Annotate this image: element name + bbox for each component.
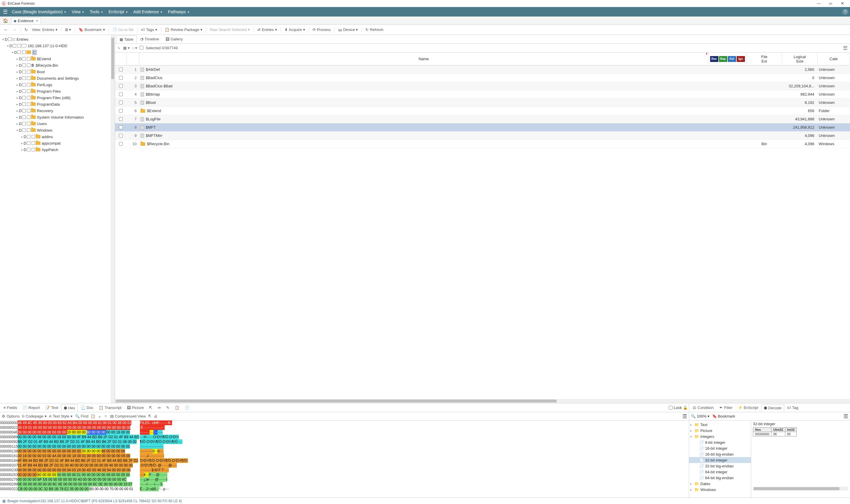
col-checkbox[interactable] [115,53,127,65]
tab-close-icon[interactable]: ✕ [36,19,38,23]
tree-node[interactable]: ▸D Users [0,120,115,127]
print-hex-icon[interactable]: 🖨 [154,414,158,418]
tree-node[interactable]: ▸D addins [0,133,115,140]
minimize-button[interactable]: — [813,1,825,6]
tree-node[interactable]: ▸D Documents and Settings [0,75,115,82]
col-category[interactable]: Cate [817,53,850,65]
table-row[interactable]: 1$AttrDef2,560Unknown [115,66,850,74]
col-badges[interactable]: RevRepFolIgn [708,53,747,65]
export-hex-icon[interactable]: ⇱ [148,414,151,418]
tab-table[interactable]: ▦ Table [116,35,137,43]
table-row[interactable]: 9$MFTMirr4,096Unknown [115,132,850,140]
refresh-view-icon[interactable]: ↻ [23,26,30,33]
grid-hscroll[interactable] [115,399,850,403]
codepage-dropdown[interactable]: ⎘ Codepage ▾ [22,414,47,418]
decode-bookmark-button[interactable]: 🔖 Bookmark [712,414,735,418]
tree-node[interactable]: ▾D Windows [0,127,115,133]
decode-tree-item[interactable]: ▸📁Dates [689,481,751,487]
tree-scrollbar[interactable] [111,35,115,403]
tree-node[interactable]: ▾D192.168.137.11-0-HDD [0,42,115,49]
decode-tree-item[interactable]: 📄8-bit integer [689,439,751,445]
tab-enscript-lower[interactable]: ⚡ EnScript [736,404,761,411]
acquire-dropdown[interactable]: ⬇ Acquire ▾ [283,26,307,33]
tab-decode[interactable]: ⬢ Decode [761,404,784,411]
tree-node[interactable]: ▸D Boot [0,69,115,75]
tree-node[interactable]: ▸D PerfLogs [0,82,115,88]
prev-icon[interactable]: ▲ [98,414,102,418]
tab-doc[interactable]: 📃 Doc [78,404,96,411]
layout-icon[interactable]: ⊞ ▾ [63,26,73,33]
hex-menu-icon[interactable]: ☰ [682,413,687,420]
tab-filter[interactable]: ⏷ Filter [717,404,735,411]
decode-tree-item[interactable]: 📄64-bit big-endian [689,475,751,481]
tab-timeline[interactable]: ◔ Timeline [137,35,162,43]
menu-tools[interactable]: Tools [87,10,106,14]
table-row[interactable]: 2$BadClus0Unknown [115,74,850,82]
tool-indent-icon[interactable]: ⤷ [117,46,121,50]
tab-fields[interactable]: ≡ Fields [1,404,19,411]
menu-enscript[interactable]: EnScript [106,10,130,14]
text-style-dropdown[interactable]: A Text Style ▾ [49,414,73,418]
home-icon[interactable]: 🏠 [1,18,10,23]
review-package-dropdown[interactable]: 📋 Review Package ▾ [163,26,204,33]
decode-tree-item[interactable]: ▾📁Integers [689,433,751,439]
menu-view[interactable]: View [69,10,87,14]
tab-copy-icon[interactable]: 📋 [173,404,182,411]
decode-tree-item[interactable]: 📄32-bit integer [689,457,751,463]
refresh-button[interactable]: ↻ Refresh [364,26,385,33]
view-entries-dropdown[interactable]: View: Entries ▾ [30,26,59,33]
tree-node[interactable]: ▸D ProgramData [0,101,115,107]
raw-search-dropdown[interactable]: Raw Search Selected ▾ [208,26,252,33]
decode-menu-icon[interactable]: ☰ [844,413,848,420]
tree-node[interactable]: ▸D System Volume Information [0,114,115,120]
forward-button[interactable]: → [11,26,19,34]
decode-hscroll[interactable] [753,487,848,491]
decode-tree-item[interactable]: 📄32-bit big-endian [689,463,751,469]
tool-check-icon[interactable] [140,46,143,51]
badge-fol[interactable]: Fol [728,56,736,62]
lock-toggle[interactable]: Lock 🔓 [669,406,688,410]
tab-report[interactable]: 📄 Report [20,404,42,411]
tree-node[interactable]: ▸D Program Files (x86) [0,94,115,101]
hamburger-icon[interactable]: ☰ [2,8,9,15]
tree-node[interactable]: ▸D AppPatch [0,146,115,153]
decode-tree-item[interactable]: ▸📁Picture [689,428,751,433]
tool-sort-icon[interactable]: ↕ ▾ [132,46,137,50]
table-row[interactable]: 10$Recycle.BinBin4,096Windows [115,140,850,148]
tab-picture[interactable]: 🖼 Picture [125,404,146,411]
back-button[interactable]: ← [2,26,10,34]
col-file-ext[interactable]: FileExt [747,53,782,65]
badge-rep[interactable]: Rep [719,56,727,62]
menu-add-evidence[interactable]: Add Evidence [130,10,165,14]
maximize-button[interactable]: ▭ [825,1,836,6]
entries-dropdown[interactable]: ⇄ Entries ▾ [256,26,278,33]
table-row[interactable]: 3$BadClus·$Bad32,209,104,8...Unknown [115,82,850,90]
tree-node[interactable]: ▸D Recovery [0,107,115,114]
table-row[interactable]: 6$Extend656Folder [115,107,850,115]
col-logical-size[interactable]: LogicalSize [782,53,817,65]
decode-tree-item[interactable]: 📄64-bit integer [689,469,751,475]
options-button[interactable]: ⚙ Options [2,414,20,418]
process-button[interactable]: ⟳ Process [311,26,332,33]
tab-gallery[interactable]: 🖼 Gallery [163,35,186,43]
tree-node[interactable]: ▸D $Extend [0,55,115,62]
table-row[interactable]: 8$MFT241,958,912Unknown [115,123,850,132]
badge-ign[interactable]: Ign [737,56,745,62]
bookmark-dropdown[interactable]: 🔖 Bookmark ▾ [77,26,107,33]
tab-hex[interactable]: ⬢ Hex [61,404,78,411]
table-menu-icon[interactable]: ☰ [843,45,848,51]
hex-view[interactable]: 000000000 000000023 000000046 000000069 … [0,420,689,498]
tab-transcript[interactable]: 📋 Transcript [96,404,124,411]
tab-page-icon[interactable]: 📄 [182,404,192,411]
decode-tree-item[interactable]: ▸📁Text [689,422,751,428]
copy-hex-icon[interactable]: 📋 [91,414,95,418]
tree-node[interactable]: ▾D C [0,49,115,55]
tree-node[interactable]: ▸D appcompat [0,140,115,146]
tool-grid-icon[interactable]: ▦ ▾ [123,46,130,50]
device-dropdown[interactable]: 🖴 Device ▾ [337,26,360,33]
gotofile-button[interactable]: 📄 Go to file [111,26,135,33]
tags-dropdown[interactable]: 🏷 Tags ▾ [139,26,159,33]
decode-tree-item[interactable]: ▸📁Windows [689,487,751,492]
tab-link-icon[interactable]: ⇔ [155,404,163,411]
col-name[interactable]: ▲Name [139,53,708,65]
